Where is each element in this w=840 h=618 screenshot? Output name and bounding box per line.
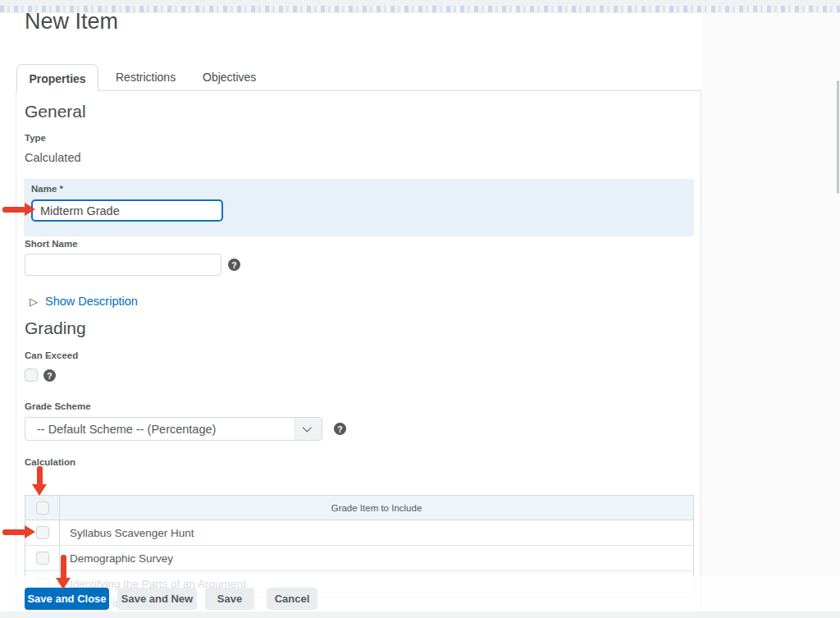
annotation-arrow-select-all	[32, 466, 47, 496]
top-pattern-strip	[0, 0, 840, 13]
bottom-strip	[0, 611, 840, 618]
name-field-highlight: Name *	[24, 179, 694, 236]
annotation-arrow-save-and-close	[56, 555, 71, 589]
row-checkbox[interactable]	[36, 552, 49, 565]
section-heading-grading: Grading	[25, 318, 86, 338]
page-right-margin	[702, 13, 840, 618]
row-checkbox[interactable]	[36, 526, 49, 539]
tab-properties[interactable]: Properties	[16, 64, 98, 92]
annotation-arrow-row1-checkbox	[2, 525, 35, 539]
cancel-button[interactable]: Cancel	[267, 588, 317, 610]
save-and-new-button[interactable]: Save and New	[117, 588, 197, 610]
grade-scheme-label: Grade Scheme	[25, 401, 91, 411]
section-heading-general: General	[25, 102, 86, 121]
chevron-down-icon	[303, 423, 312, 432]
save-and-close-button[interactable]: Save and Close	[25, 588, 109, 610]
show-description-link[interactable]: ▷ Show Description	[30, 295, 138, 308]
scrollbar-thumb[interactable]	[837, 80, 839, 194]
grade-scheme-help-icon[interactable]: ?	[334, 423, 346, 435]
footer-bar: Save and Close Save and New Save Cancel	[0, 576, 840, 611]
new-item-page: New Item Properties Restrictions Objecti…	[0, 0, 840, 618]
select-all-cell	[25, 496, 60, 520]
short-name-label: Short Name	[25, 239, 78, 249]
show-description-label: Show Description	[45, 295, 138, 308]
tab-restrictions[interactable]: Restrictions	[116, 64, 176, 90]
table-row: Syllabus Scavenger Hunt	[25, 520, 693, 546]
type-value: Calculated	[25, 151, 81, 164]
expand-triangle-icon: ▷	[30, 295, 38, 308]
can-exceed-help-icon[interactable]: ?	[43, 369, 56, 382]
table-row: Demographic Survey	[25, 546, 693, 571]
short-name-help-icon[interactable]: ?	[228, 259, 240, 271]
grade-scheme-selected-value: -- Default Scheme -- (Percentage)	[25, 423, 294, 436]
name-input[interactable]	[31, 199, 223, 222]
can-exceed-checkbox[interactable]	[25, 369, 38, 382]
type-label: Type	[25, 133, 46, 143]
can-exceed-label: Can Exceed	[25, 350, 78, 360]
table-header-grade-item: Grade Item to Include	[60, 496, 693, 520]
select-all-checkbox[interactable]	[36, 501, 49, 515]
row-label: Syllabus Scavenger Hunt	[60, 520, 693, 545]
select-chevron-zone	[294, 418, 322, 440]
tab-objectives[interactable]: Objectives	[203, 64, 256, 90]
dither-pattern	[0, 6, 840, 12]
name-label: Name *	[31, 184, 63, 194]
row-label: Demographic Survey	[60, 546, 693, 570]
grade-scheme-select[interactable]: -- Default Scheme -- (Percentage)	[25, 417, 322, 441]
save-button[interactable]: Save	[205, 588, 254, 610]
table-header-row: Grade Item to Include	[25, 496, 693, 520]
short-name-input[interactable]	[25, 254, 221, 276]
annotation-arrow-name-input	[2, 203, 35, 217]
